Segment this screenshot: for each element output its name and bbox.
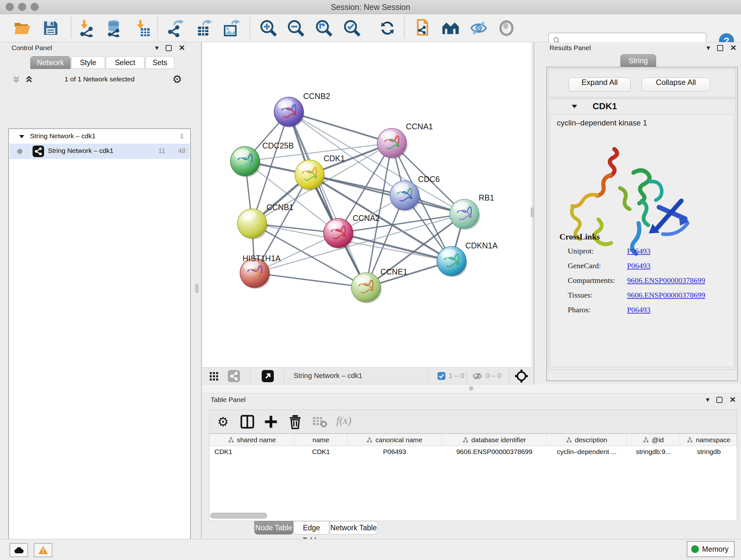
- edge-CCNB2-CCNA1[interactable]: [289, 112, 392, 143]
- network-collection-row[interactable]: String Network – cdk1 1: [10, 130, 190, 144]
- toolbar-separator: [404, 17, 405, 38]
- warning-button[interactable]: [34, 543, 52, 557]
- table-cell[interactable]: CDK1: [295, 448, 347, 459]
- export-table-icon[interactable]: [195, 19, 213, 37]
- column-header-canonical-name[interactable]: canonical name: [347, 434, 442, 446]
- column-header-label: @id: [652, 436, 664, 444]
- node-CCNA1[interactable]: CCNA1: [377, 122, 433, 159]
- export-image-icon[interactable]: [222, 19, 240, 37]
- network-canvas[interactable]: CCNB2CCNA1CDC25BCDK1CDC6RB1CCNB1CCNA2CDK…: [202, 42, 531, 367]
- results-panel-close-icon[interactable]: ✕: [730, 44, 737, 52]
- network-row-label: String Network – cdk1: [48, 147, 113, 154]
- collapse-all-button[interactable]: Collapse All: [642, 78, 710, 91]
- table-cell[interactable]: stringdb: [680, 448, 738, 459]
- table-panel-collapse-icon[interactable]: ▾: [706, 395, 710, 404]
- gene-collapse-icon[interactable]: [571, 104, 578, 111]
- vertical-splitter-handle-left[interactable]: [195, 284, 199, 293]
- selected-checkbox-icon[interactable]: [437, 372, 446, 380]
- network-edge-count: 48: [178, 147, 185, 154]
- zoom-in-icon[interactable]: [259, 19, 277, 37]
- results-panel-float-icon[interactable]: [717, 45, 723, 51]
- table-cell[interactable]: 9606.ENSP00000378699: [442, 448, 547, 459]
- birdseye-navigator-icon[interactable]: [515, 369, 529, 384]
- crosslink-value-link[interactable]: P06493: [627, 306, 650, 314]
- table-cell[interactable]: CDK1: [209, 448, 295, 459]
- crosslink-value-link[interactable]: P06493: [627, 261, 650, 270]
- grid-view-icon[interactable]: [209, 371, 219, 382]
- import-network-database-icon[interactable]: [105, 19, 123, 37]
- show-hide-icon[interactable]: [470, 19, 488, 37]
- show-columns-icon[interactable]: [239, 414, 255, 430]
- table-horizontal-scrollbar[interactable]: [210, 513, 267, 518]
- horizontal-splitter[interactable]: [202, 384, 741, 393]
- import-string-icon[interactable]: [413, 19, 431, 37]
- column-header-name[interactable]: name: [295, 434, 347, 446]
- column-header--id[interactable]: @id: [627, 434, 680, 446]
- tab-style[interactable]: Style: [71, 56, 105, 69]
- table-cell[interactable]: P06493: [347, 448, 442, 459]
- tab-sets[interactable]: Sets: [145, 56, 175, 69]
- results-panel-collapse-icon[interactable]: ▾: [706, 44, 710, 52]
- node-RB1[interactable]: RB1: [450, 193, 494, 230]
- network-type-icon[interactable]: [228, 370, 240, 382]
- home-pages-icon[interactable]: [442, 19, 460, 37]
- network-view-toolbar: String Network – cdk1 1 – 0 0 – 0: [202, 367, 531, 384]
- cloud-button[interactable]: [10, 543, 28, 557]
- import-table-icon[interactable]: [134, 19, 152, 37]
- toolbar-separator: [71, 17, 71, 38]
- collection-expand-icon[interactable]: [18, 134, 25, 140]
- tab-network-table[interactable]: Network Table: [330, 521, 378, 535]
- zoom-selected-icon[interactable]: [343, 19, 361, 37]
- crosslink-value-link[interactable]: P06493: [627, 247, 650, 255]
- zoom-fit-icon[interactable]: [315, 19, 333, 37]
- save-session-icon[interactable]: [42, 19, 60, 37]
- add-column-icon[interactable]: [263, 414, 279, 430]
- table-options-gear-icon[interactable]: ⚙: [215, 414, 231, 430]
- tab-node-table[interactable]: Node Table: [254, 521, 293, 535]
- control-panel-close-icon[interactable]: ✕: [179, 44, 185, 52]
- node-CCNB1[interactable]: CCNB1: [238, 203, 293, 240]
- open-session-icon[interactable]: [13, 19, 31, 37]
- delete-table-icon: [312, 414, 327, 430]
- window-titlebar: Session: New Session: [0, 0, 741, 14]
- column-header-description[interactable]: description: [547, 434, 627, 446]
- preview-eye-icon[interactable]: [497, 19, 515, 37]
- expand-all-button[interactable]: Expand All: [569, 78, 630, 91]
- export-network-icon[interactable]: [167, 19, 185, 37]
- column-header-namespace[interactable]: namespace: [680, 434, 738, 446]
- column-header-database-identifier[interactable]: database identifier: [442, 434, 547, 446]
- horizontal-splitter-handle[interactable]: [469, 386, 473, 390]
- tab-select[interactable]: Select: [106, 56, 145, 69]
- tab-string[interactable]: String: [620, 54, 656, 67]
- node-CDK1[interactable]: CDK1: [295, 154, 345, 191]
- zoom-out-icon[interactable]: [287, 19, 305, 37]
- edge-CDK1-RB1[interactable]: [310, 175, 464, 214]
- delete-column-icon[interactable]: [287, 414, 303, 430]
- column-header-shared-name[interactable]: shared name: [209, 434, 295, 446]
- node-label-CDC6: CDC6: [418, 175, 440, 184]
- control-panel-collapse-icon[interactable]: ▾: [155, 44, 158, 52]
- network-row-selected[interactable]: String Network – cdk1 11 48: [10, 144, 190, 159]
- tab-network[interactable]: Network: [30, 56, 71, 69]
- edge-CCNB2-CCNE1[interactable]: [289, 112, 366, 287]
- hidden-eye-slash-icon[interactable]: [472, 371, 482, 382]
- table-cell[interactable]: stringdb:9...: [627, 448, 680, 459]
- table-cell[interactable]: cyclin–dependent ...: [547, 448, 627, 459]
- refresh-icon[interactable]: [379, 19, 396, 37]
- node-CDKN1A[interactable]: CDKN1A: [437, 241, 498, 277]
- table-panel-float-icon[interactable]: [717, 397, 723, 403]
- node-HIST1H1A[interactable]: HIST1H1A: [240, 254, 281, 289]
- table-panel-close-icon[interactable]: ✕: [730, 395, 736, 404]
- edge-HIST1H1A-CCNE1[interactable]: [255, 273, 366, 287]
- import-network-icon[interactable]: [78, 19, 96, 37]
- open-in-window-icon[interactable]: [262, 370, 274, 382]
- crosslink-value-link[interactable]: 9606.ENSP00000378699: [627, 276, 705, 285]
- network-options-gear-icon[interactable]: ⚙: [172, 73, 182, 85]
- node-label-CDC25B: CDC25B: [262, 141, 294, 150]
- tab-edge-table[interactable]: Edge Table: [293, 521, 329, 535]
- memory-button[interactable]: Memory: [687, 541, 735, 557]
- memory-label: Memory: [702, 545, 729, 554]
- crosslink-value-link[interactable]: 9606.ENSP00000378699: [627, 291, 705, 300]
- control-panel-float-icon[interactable]: [165, 45, 172, 51]
- node-label-CCNB1: CCNB1: [266, 203, 293, 212]
